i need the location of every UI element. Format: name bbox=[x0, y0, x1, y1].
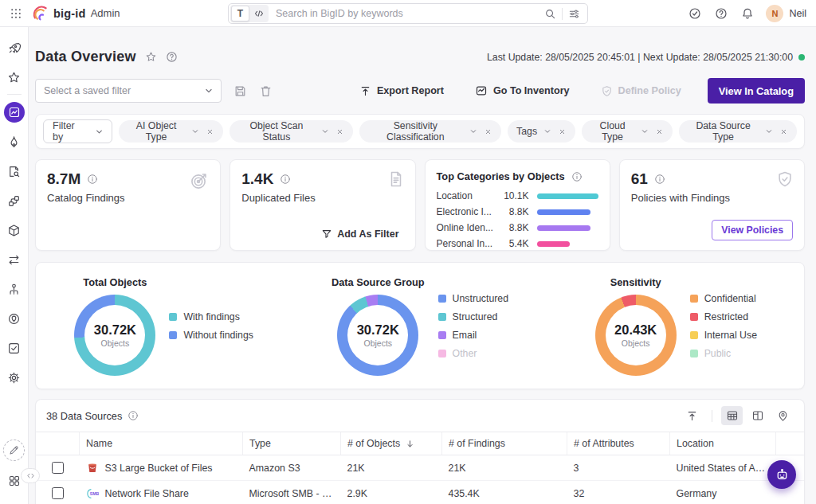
sidebar-item-discovery[interactable] bbox=[4, 308, 25, 329]
row-checkbox[interactable] bbox=[52, 487, 64, 499]
column-header[interactable]: Name bbox=[80, 432, 243, 455]
sidebar-item-favorites[interactable] bbox=[4, 67, 25, 88]
search-text-mode-button[interactable]: T bbox=[231, 6, 249, 21]
location: United States of Am... bbox=[670, 455, 776, 481]
chevron-down-icon[interactable] bbox=[320, 127, 330, 136]
sidebar-item-hierarchy[interactable] bbox=[4, 279, 25, 299]
sidebar-item-reports[interactable] bbox=[4, 161, 25, 182]
close-icon[interactable] bbox=[335, 127, 344, 136]
column-header[interactable]: # of Objects bbox=[341, 432, 442, 455]
sidebar-item-transfer[interactable] bbox=[4, 249, 25, 270]
filter-chip[interactable]: Cloud Type bbox=[582, 120, 673, 143]
chevron-down-icon[interactable] bbox=[543, 127, 552, 136]
legend-item[interactable]: Unstructured bbox=[438, 293, 508, 304]
column-header[interactable]: Location bbox=[670, 432, 776, 455]
app-launcher-button[interactable] bbox=[8, 6, 24, 21]
legend-item[interactable]: Internal Use bbox=[690, 330, 757, 341]
donut-legend: With findings Without findings bbox=[169, 311, 253, 341]
define-policy-button[interactable]: Define Policy bbox=[596, 84, 686, 98]
user-name[interactable]: Neil bbox=[789, 8, 806, 19]
column-header[interactable]: # of Attributes bbox=[567, 432, 670, 455]
legend-item[interactable]: With findings bbox=[169, 311, 253, 322]
chevron-down-icon[interactable] bbox=[640, 127, 649, 136]
notifications-button[interactable] bbox=[740, 6, 755, 21]
close-icon[interactable] bbox=[206, 127, 214, 136]
filter-by-select[interactable]: Filter by bbox=[43, 119, 112, 143]
info-icon[interactable] bbox=[571, 171, 583, 182]
search-query-mode-button[interactable] bbox=[249, 6, 268, 21]
info-icon[interactable] bbox=[654, 174, 665, 185]
sidebar-item-data-overview[interactable] bbox=[4, 102, 25, 123]
column-header[interactable]: # of Findings bbox=[442, 432, 567, 455]
favorite-star-button[interactable] bbox=[145, 51, 157, 63]
chevron-down-icon[interactable] bbox=[469, 127, 478, 136]
save-filter-button[interactable] bbox=[233, 84, 247, 98]
sidebar-item-tasks[interactable] bbox=[4, 338, 25, 358]
info-icon[interactable] bbox=[128, 410, 139, 421]
collapse-chevrons-icon bbox=[26, 471, 36, 481]
legend-item[interactable]: Public bbox=[690, 348, 757, 359]
export-report-button[interactable]: Export Report bbox=[355, 84, 449, 98]
close-icon[interactable] bbox=[655, 127, 664, 136]
system-health-button[interactable] bbox=[687, 6, 703, 21]
sidebar-item-data-catalog[interactable] bbox=[4, 220, 25, 240]
sidebar-item-getting-started[interactable] bbox=[4, 37, 25, 58]
column-header[interactable]: Type bbox=[243, 432, 341, 455]
legend-item[interactable]: Other bbox=[438, 348, 508, 359]
legend-swatch bbox=[438, 331, 446, 339]
check-circle-icon bbox=[688, 7, 701, 20]
chevron-down-icon[interactable] bbox=[190, 127, 200, 136]
help-button[interactable] bbox=[713, 6, 729, 21]
edit-dashboard-button[interactable] bbox=[3, 440, 25, 461]
table-view-button[interactable] bbox=[721, 406, 743, 425]
row-checkbox[interactable] bbox=[52, 462, 64, 474]
view-in-catalog-button[interactable]: View In Catalog bbox=[708, 78, 805, 104]
legend-item[interactable]: Without findings bbox=[169, 330, 253, 341]
delete-filter-button[interactable] bbox=[259, 84, 273, 98]
legend-item[interactable]: Email bbox=[438, 330, 508, 341]
sidebar-item-classification[interactable] bbox=[4, 190, 25, 211]
assistant-fab-button[interactable] bbox=[767, 460, 796, 489]
table-export-button[interactable] bbox=[681, 406, 703, 425]
legend-label: Without findings bbox=[183, 330, 253, 341]
filter-chip[interactable]: Sensitivity Classification bbox=[359, 120, 502, 143]
legend-item[interactable]: Restricted bbox=[690, 311, 757, 322]
table-row[interactable]: S3 Large Bucket of Files Amazon S3 21K 2… bbox=[36, 455, 804, 481]
table-row[interactable]: Network File Share Microsoft SMB - L... … bbox=[36, 481, 804, 504]
map-view-button[interactable] bbox=[772, 406, 794, 425]
flame-icon bbox=[7, 135, 21, 149]
columns-view-button[interactable] bbox=[747, 406, 768, 425]
user-avatar[interactable]: N bbox=[766, 5, 783, 22]
category-bar bbox=[537, 193, 598, 199]
info-icon[interactable] bbox=[280, 174, 291, 185]
close-icon[interactable] bbox=[779, 127, 788, 136]
go-to-inventory-button[interactable]: Go To Inventory bbox=[470, 84, 575, 98]
close-icon[interactable] bbox=[484, 127, 492, 136]
brand[interactable]: big-id Admin bbox=[32, 5, 120, 21]
filter-chip[interactable]: Data Source Type bbox=[679, 120, 797, 143]
filter-bar: Filter by AI Object Type Object Scan Sta… bbox=[35, 114, 805, 149]
saved-filter-select[interactable]: Select a saved filter bbox=[35, 79, 222, 103]
sidebar-item-risk[interactable] bbox=[4, 131, 25, 152]
donut-ring: 30.72K Objects bbox=[337, 295, 418, 376]
search-icon[interactable] bbox=[544, 8, 556, 20]
sort-desc-icon[interactable] bbox=[405, 439, 415, 449]
smb-icon bbox=[86, 487, 99, 500]
filter-chip[interactable]: Object Scan Status bbox=[230, 120, 352, 143]
legend-item[interactable]: Structured bbox=[438, 311, 508, 322]
select-all-header[interactable] bbox=[36, 432, 80, 455]
close-icon[interactable] bbox=[558, 127, 567, 136]
filter-chip[interactable]: AI Object Type bbox=[119, 120, 223, 143]
legend-item[interactable]: Confidential bbox=[690, 293, 757, 304]
search-input[interactable] bbox=[274, 7, 539, 20]
donut-center-value: 20.43K bbox=[614, 322, 657, 338]
filter-chip[interactable]: Tags bbox=[508, 120, 575, 143]
sidebar-collapse-toggle[interactable] bbox=[21, 468, 40, 483]
advanced-filter-icon[interactable] bbox=[568, 8, 580, 20]
sidebar-item-settings[interactable] bbox=[4, 367, 25, 388]
view-policies-button[interactable]: View Policies bbox=[712, 220, 793, 240]
chevron-down-icon[interactable] bbox=[764, 127, 774, 136]
page-help-button[interactable] bbox=[166, 51, 178, 63]
add-as-filter-button[interactable]: Add As Filter bbox=[316, 228, 403, 240]
info-icon[interactable] bbox=[87, 174, 98, 185]
